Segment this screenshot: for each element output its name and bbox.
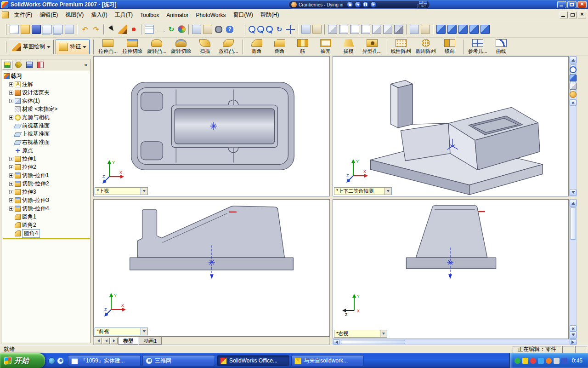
taskbar-clock[interactable]: 0:45 <box>572 357 582 364</box>
tree-item-top-plane[interactable]: 上视基准面 <box>3 130 90 138</box>
draft-button[interactable]: 拔模 <box>337 38 360 56</box>
toolbar-grip[interactable] <box>5 24 6 35</box>
previous-view-icon[interactable] <box>301 25 311 34</box>
tray-icon-7[interactable] <box>561 358 567 364</box>
zoom-area-icon[interactable] <box>257 26 264 33</box>
zoom-in-out-icon[interactable] <box>266 26 273 33</box>
standard-views-icon[interactable] <box>328 25 337 34</box>
point-icon[interactable] <box>129 25 138 34</box>
menu-help[interactable]: 帮助(H) <box>257 9 283 21</box>
scroll-down-icon[interactable] <box>570 189 577 196</box>
menu-photoworks[interactable]: PhotoWorks <box>192 10 229 20</box>
hidden-lines-removed-icon[interactable] <box>361 25 370 34</box>
collapse-chevron-icon[interactable] <box>570 99 577 106</box>
loft-button[interactable]: 放样凸... <box>216 38 240 56</box>
menu-file[interactable]: 文件(F) <box>11 9 36 21</box>
expand-icon[interactable] <box>9 182 13 186</box>
mass-properties-icon[interactable] <box>203 25 212 34</box>
edit-color-icon[interactable] <box>178 25 186 33</box>
right-viewport-hscrollbar[interactable] <box>333 339 577 345</box>
help-icon[interactable] <box>225 25 234 34</box>
player-close-button[interactable] <box>424 1 427 4</box>
rotate-view-icon[interactable]: ↻ <box>275 25 284 34</box>
named-views-icon[interactable] <box>312 25 322 34</box>
rebuild-icon[interactable]: ↻ <box>167 25 176 34</box>
combo-dropdown-icon[interactable] <box>141 188 147 195</box>
new-icon[interactable] <box>10 25 19 34</box>
media-player-widget[interactable]: Cranberries - Dying in LRC <box>288 0 430 9</box>
tray-icon-5[interactable] <box>546 358 552 364</box>
front-view-icon[interactable] <box>447 25 457 34</box>
tree-item-lights-and-cameras[interactable]: 光源与相机 <box>3 113 90 121</box>
save-icon[interactable] <box>32 25 41 34</box>
sweep-button[interactable]: 扫描 <box>193 38 216 56</box>
first-tab-button[interactable] <box>95 338 102 344</box>
prev-tab-button[interactable] <box>102 338 110 344</box>
options-icon[interactable] <box>214 25 223 34</box>
tree-item-fillet4[interactable]: 圆角4 <box>3 229 90 237</box>
extruded-boss-button[interactable]: 拉伸凸... <box>96 38 120 56</box>
expand-icon[interactable] <box>9 82 13 86</box>
chamfer-button[interactable]: 倒角 <box>268 38 291 56</box>
view-orientation-combo-front[interactable]: *前视 <box>95 328 148 335</box>
expand-icon[interactable] <box>9 190 13 194</box>
tray-icon-1[interactable] <box>514 358 520 364</box>
shell-button[interactable]: 抽壳 <box>314 38 337 56</box>
tree-item-cut-extrude1[interactable]: 切除-拉伸1 <box>3 171 90 179</box>
expand-icon[interactable] <box>9 91 13 95</box>
hole-wizard-button[interactable]: 异型孔... <box>360 38 384 56</box>
tree-item-front-plane[interactable]: 前视基准面 <box>3 121 90 130</box>
task-solidworks-button[interactable]: SolidWorks Office... <box>217 355 289 366</box>
sketch-icon[interactable] <box>118 25 127 34</box>
hidden-lines-visible-icon[interactable] <box>350 25 359 34</box>
tree-item-fillet2[interactable]: 圆角2 <box>3 221 90 229</box>
left-view-icon[interactable] <box>469 25 479 34</box>
tree-item-cut-extrude2[interactable]: 切除-拉伸2 <box>3 179 90 188</box>
tab-animation1[interactable]: 动画1 <box>139 337 162 345</box>
mirror-button[interactable]: 镜向 <box>438 38 461 56</box>
redo-icon[interactable]: ↷ <box>91 25 101 34</box>
realview-icon[interactable] <box>421 25 430 34</box>
pan-icon[interactable] <box>286 25 295 34</box>
combo-dropdown-icon[interactable] <box>141 328 147 335</box>
menu-view[interactable]: 视图(V) <box>62 9 87 21</box>
tree-item-origin[interactable]: 原点 <box>3 146 90 155</box>
tree-item-fillet1[interactable]: 圆角1 <box>3 213 90 221</box>
expand-icon[interactable] <box>9 198 13 202</box>
menu-edit[interactable]: 编辑(E) <box>36 9 62 21</box>
task-3d-web-button[interactable]: 三维网 <box>142 355 215 366</box>
features-button[interactable]: 特征 <box>56 40 90 54</box>
viewport-right-view[interactable]: Y Z X *右视 <box>333 199 569 339</box>
task-1059-solid-button[interactable]: 『1059』实体建... <box>68 355 141 366</box>
featuremanager-tab[interactable] <box>2 60 12 69</box>
sketch-button[interactable]: 草图绘制 <box>9 40 54 54</box>
revolved-cut-button[interactable]: 旋转切除 <box>169 38 193 56</box>
quick-launch-media-icon[interactable] <box>48 357 55 364</box>
child-restore-button[interactable] <box>569 12 577 18</box>
shaded-icon[interactable] <box>383 25 392 34</box>
window-minimize-button[interactable] <box>557 1 566 8</box>
circular-pattern-button[interactable]: 圆周阵列 <box>413 38 438 56</box>
configurationmanager-tab[interactable] <box>24 60 34 69</box>
view-orientation-combo-top[interactable]: *上视 <box>95 187 148 195</box>
scroll-up-icon[interactable] <box>570 200 577 207</box>
make-assembly-icon[interactable] <box>54 25 63 34</box>
tree-item-cut-extrude3[interactable]: 切除-拉伸3 <box>3 196 90 204</box>
viewport-top-view[interactable]: Y X Z *上视 <box>93 56 330 196</box>
menu-animator[interactable]: Animator <box>163 10 192 20</box>
combo-dropdown-icon[interactable] <box>380 330 387 337</box>
wireframe-icon[interactable] <box>339 25 348 34</box>
select-icon[interactable] <box>107 25 116 34</box>
open-icon[interactable] <box>21 25 30 34</box>
view-orientation-icon[interactable] <box>436 25 446 34</box>
grid-icon[interactable] <box>145 25 154 34</box>
view-orientation-combo-isometric[interactable]: *上下二等角轴测 <box>334 187 392 195</box>
window-maximize-button[interactable] <box>567 1 577 8</box>
window-close-button[interactable] <box>577 1 587 8</box>
right-viewport-vscrollbar[interactable] <box>569 199 577 339</box>
tree-item-design-binder[interactable]: 设计活页夹 <box>3 88 90 97</box>
tree-item-extrude3[interactable]: 拉伸3 <box>3 188 90 196</box>
expand-icon[interactable] <box>9 165 13 169</box>
viewport-isometric-view[interactable]: Y X Z *上下二等角轴测 <box>333 56 569 196</box>
child-close-button[interactable] <box>578 12 586 18</box>
